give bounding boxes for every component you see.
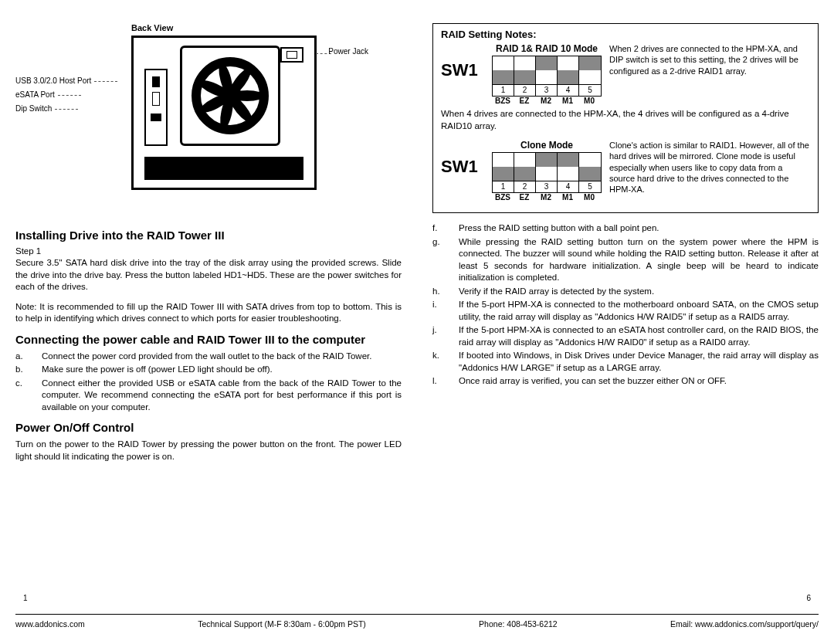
dip-pin-label: EZ — [514, 193, 535, 202]
footer: www.addonics.com Technical Support (M-F … — [15, 614, 819, 629]
port-labels: USB 3.0/2.0 Host Port eSATA Port Dip Swi… — [15, 74, 117, 116]
power-body: Turn on the power to the RAID Tower by p… — [15, 439, 402, 463]
step1-body: Secure 3.5" SATA hard disk drive into th… — [15, 257, 402, 293]
dip-slot: 5 — [579, 56, 601, 96]
dip-slot: 2 — [514, 153, 536, 192]
raid-notes-title: RAID Setting Notes: — [441, 29, 810, 40]
list-item: b.Make sure the power is off (power LED … — [15, 364, 402, 376]
raid-notes-box: RAID Setting Notes: SW1 RAID 1& RAID 10 … — [432, 23, 819, 213]
dip-block-2: SW1 Clone Mode 12345 BZSEZM2M1M0 Clone's… — [441, 140, 810, 202]
list-item-text: Verify if the RAID array is detected by … — [459, 286, 819, 298]
dip1-switch: 12345 — [492, 56, 602, 97]
dip-block-1: SW1 RAID 1& RAID 10 Mode 12345 BZSEZM2M1… — [441, 43, 810, 105]
right-column: RAID Setting Notes: SW1 RAID 1& RAID 10 … — [432, 23, 819, 470]
list-item: c.Connect either the provided USB or eSA… — [15, 378, 402, 414]
page-number-left: 1 — [23, 594, 28, 602]
dip1-title: RAID 1& RAID 10 Mode — [492, 43, 602, 54]
step1-label: Step 1 — [15, 246, 402, 256]
list-item: f.Press the RAID setting button with a b… — [432, 222, 819, 235]
list-item-text: If booted into Windows, in Disk Drives u… — [459, 350, 819, 374]
dip2-desc: Clone's action is similar to RAID1. Howe… — [609, 140, 810, 195]
esata-port-label: eSATA Port — [15, 90, 55, 99]
power-jack-icon — [280, 47, 303, 63]
list-item-text: While pressing the RAID setting button t… — [459, 236, 819, 284]
dip-slot: 4 — [558, 56, 579, 96]
dip-slot: 3 — [536, 56, 558, 96]
dip-pin-label: M0 — [578, 193, 600, 202]
list-item: h.Verify if the RAID array is detected b… — [432, 286, 819, 298]
power-jack-label: Power Jack — [328, 47, 368, 56]
list-item: j.If the 5-port HPM-XA is connected to a… — [432, 324, 819, 348]
sw1-label-2: SW1 — [441, 140, 484, 177]
list-item-marker: l. — [432, 375, 459, 388]
dip-slot: 1 — [493, 153, 514, 192]
dip-pin-label: M2 — [535, 193, 557, 202]
list-item-marker: g. — [432, 236, 459, 284]
back-view-diagram: USB 3.0/2.0 Host Port eSATA Port Dip Swi… — [15, 36, 340, 205]
footer-tech: Technical Support (M-F 8:30am - 6:00pm P… — [198, 619, 366, 629]
sw1-label-1: SW1 — [441, 43, 484, 80]
dip-slot: 1 — [493, 56, 514, 96]
install-note: Note: It is recommended to fill up the R… — [15, 301, 402, 325]
dip-slot: 4 — [558, 153, 579, 192]
dip-slot: 2 — [514, 56, 536, 96]
footer-phone: Phone: 408-453-6212 — [479, 619, 558, 629]
heading-install: Installing Drive into the RAID Tower III — [15, 229, 402, 242]
list-item: l.Once raid array is verified, you can s… — [432, 375, 819, 388]
list-item: i.If the 5-port HPM-XA is connected to t… — [432, 299, 819, 323]
connect-list: a.Connect the power cord provided from t… — [15, 351, 402, 414]
list-item-text: Once raid array is verified, you can set… — [459, 375, 819, 388]
dip-slot: 5 — [579, 153, 601, 192]
list-item-marker: j. — [432, 324, 459, 348]
list-item-marker: c. — [15, 378, 42, 414]
list-item-text: Connect either the provided USB or eSATA… — [42, 378, 402, 414]
dip-pin-label: BZS — [492, 193, 514, 202]
usb-port-label: USB 3.0/2.0 Host Port — [15, 76, 91, 85]
dip1-desc: When 2 drives are connected to the HPM-X… — [609, 43, 810, 76]
bottom-bar — [144, 157, 303, 180]
footer-email: Email: www.addonics.com/support/query/ — [670, 619, 819, 629]
dip-pin-label: BZS — [492, 97, 514, 105]
list-item-marker: a. — [15, 351, 42, 363]
list-item: a.Connect the power cord provided from t… — [15, 351, 402, 363]
dip-pin-label: M1 — [557, 97, 578, 105]
list-item-text: Make sure the power is off (power LED li… — [42, 364, 402, 376]
list-item-text: Press the RAID setting button with a bal… — [459, 222, 819, 235]
footer-site: www.addonics.com — [15, 619, 85, 629]
heading-connect: Connecting the power cable and RAID Towe… — [15, 333, 402, 346]
list-item-text: If the 5-port HPM-XA is connected to an … — [459, 324, 819, 348]
device-box: Power Jack — [131, 36, 317, 190]
list-item-marker: b. — [15, 364, 42, 376]
dip-pin-label: EZ — [514, 97, 535, 105]
dip-slot: 3 — [536, 153, 558, 192]
list-item: k.If booted into Windows, in Disk Drives… — [432, 350, 819, 374]
raid-steps-list: f.Press the RAID setting button with a b… — [432, 222, 819, 388]
fan-icon — [180, 46, 280, 146]
heading-power: Power On/Off Control — [15, 421, 402, 434]
dip1-span-note: When 4 drives are connected to the HPM-X… — [441, 108, 810, 132]
page-number-right: 6 — [806, 594, 811, 602]
list-item-text: If the 5-port HPM-XA is connected to the… — [459, 299, 819, 323]
ports-panel — [144, 69, 168, 146]
list-item-marker: k. — [432, 350, 459, 374]
dip-pin-label: M2 — [535, 97, 557, 105]
list-item: g.While pressing the RAID setting button… — [432, 236, 819, 284]
list-item-marker: h. — [432, 286, 459, 298]
dip1-labels: BZSEZM2M1M0 — [492, 97, 602, 105]
dip-pin-label: M1 — [557, 193, 578, 202]
dip2-labels: BZSEZM2M1M0 — [492, 193, 602, 202]
dip2-title: Clone Mode — [492, 140, 602, 151]
back-view-label: Back View — [131, 23, 402, 32]
list-item-text: Connect the power cord provided from the… — [42, 351, 402, 363]
list-item-marker: f. — [432, 222, 459, 235]
dip-switch-label: Dip Switch — [15, 104, 52, 113]
dip2-switch: 12345 — [492, 152, 602, 193]
dip-pin-label: M0 — [578, 97, 600, 105]
left-column: Back View USB 3.0/2.0 Host Port eSATA Po… — [15, 23, 402, 470]
list-item-marker: i. — [432, 299, 459, 323]
